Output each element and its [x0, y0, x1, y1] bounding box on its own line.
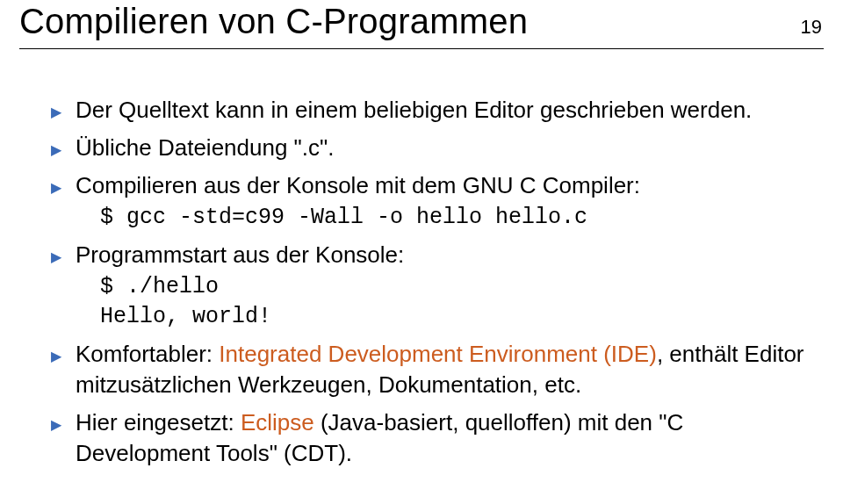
item-prefix: Komfortabler:: [76, 341, 219, 367]
page-number: 19: [801, 16, 822, 39]
triangle-bullet-icon: ▶: [51, 181, 61, 195]
item-accent: Eclipse: [241, 409, 314, 436]
item-text: Übliche Dateiendung ".c".: [76, 134, 335, 161]
slide-header: Compilieren von C-Programmen 19: [0, 0, 843, 45]
item-text: Compilieren aus der Konsole mit dem GNU …: [76, 172, 640, 198]
list-item: ▶ Komfortabler: Integrated Development E…: [51, 339, 808, 400]
triangle-bullet-icon: ▶: [51, 250, 61, 264]
triangle-bullet-icon: ▶: [51, 418, 61, 432]
item-prefix: Hier eingesetzt:: [76, 409, 241, 436]
list-item: ▶ Compilieren aus der Konsole mit dem GN…: [51, 170, 808, 233]
list-item: ▶ Programmstart aus der Konsole: $ ./hel…: [51, 240, 808, 332]
slide-content: ▶ Der Quelltext kann in einem beliebigen…: [0, 49, 843, 469]
item-text: Programmstart aus der Konsole:: [76, 241, 404, 268]
item-accent: Integrated Development Environment (IDE): [219, 341, 657, 367]
triangle-bullet-icon: ▶: [51, 105, 61, 119]
slide-title: Compilieren von C-Programmen: [19, 0, 528, 41]
list-item: ▶ Übliche Dateiendung ".c".: [51, 133, 808, 163]
slide: Compilieren von C-Programmen 19 ▶ Der Qu…: [0, 0, 843, 504]
triangle-bullet-icon: ▶: [51, 349, 61, 364]
list-item: ▶ Der Quelltext kann in einem beliebigen…: [51, 95, 808, 126]
code-line: $ gcc -std=c99 -Wall -o hello hello.c: [76, 203, 808, 233]
triangle-bullet-icon: ▶: [51, 143, 61, 157]
list-item: ▶ Hier eingesetzt: Eclipse (Java-basiert…: [51, 407, 808, 469]
code-block: $ ./hello Hello, world!: [76, 272, 808, 332]
item-text: Der Quelltext kann in einem beliebigen E…: [76, 97, 752, 123]
